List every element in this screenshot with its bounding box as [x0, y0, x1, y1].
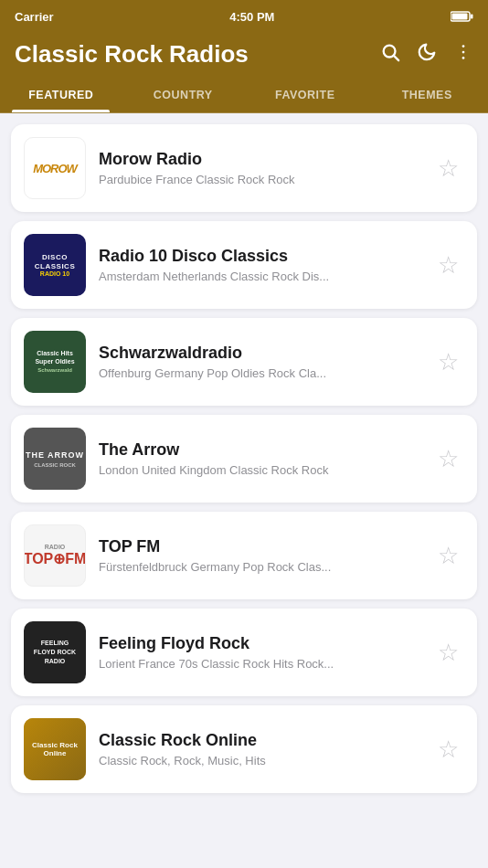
moon-icon[interactable] [417, 42, 437, 68]
station-info: Classic Rock Online Classic Rock, Rock, … [99, 731, 419, 767]
tab-bar: FEATURED COUNTRY FAVORITE THEMES [0, 79, 488, 113]
search-icon[interactable] [380, 42, 400, 68]
list-item[interactable]: THE ARROW CLASSIC ROCK The Arrow London … [11, 415, 477, 503]
favorite-button[interactable]: ☆ [431, 442, 464, 475]
station-name: Morow Radio [99, 150, 419, 169]
station-name: TOP FM [99, 537, 419, 556]
station-logo: Classic RockOnline [24, 718, 86, 780]
station-info: TOP FM Fürstenfeldbruck Germany Pop Rock… [99, 537, 419, 574]
svg-line-4 [394, 56, 398, 60]
header-actions [380, 42, 473, 68]
station-info: Schwarzwaldradio Offenburg Germany Pop O… [99, 344, 419, 380]
station-info: Morow Radio Pardubice France Classic Roc… [99, 150, 419, 186]
station-logo: MOROW [24, 137, 86, 199]
station-name: Radio 10 Disco Classics [99, 247, 419, 266]
station-description: Fürstenfeldbruck Germany Pop Rock Clas..… [99, 560, 419, 574]
station-description: Amsterdam Netherlands Classic Rock Dis..… [99, 270, 419, 283]
star-icon: ☆ [438, 447, 459, 471]
station-logo: Classic HitsSuper OldiesSchwarzwald [24, 331, 86, 393]
star-icon: ☆ [438, 737, 459, 761]
station-description: Lorient France 70s Classic Rock Hits Roc… [99, 657, 419, 671]
app-title: Classic Rock Radios [15, 40, 380, 69]
station-description: Pardubice France Classic Rock Rock [99, 173, 419, 186]
favorite-button[interactable]: ☆ [431, 345, 464, 378]
favorite-button[interactable]: ☆ [431, 539, 464, 572]
list-item[interactable]: FEELINGFLOYD ROCKRADIO Feeling Floyd Roc… [11, 609, 477, 696]
station-info: The Arrow London United Kingdom Classic … [99, 440, 419, 477]
tab-themes[interactable]: THEMES [366, 79, 489, 112]
svg-point-6 [462, 50, 465, 53]
list-item[interactable]: RADIO TOP⊕FM TOP FM Fürstenfeldbruck Ger… [11, 512, 477, 599]
tab-favorite[interactable]: FAVORITE [244, 79, 366, 112]
status-bar: Carrier 4:50 PM [0, 0, 488, 33]
station-name: Feeling Floyd Rock [99, 634, 419, 653]
star-icon: ☆ [438, 156, 459, 180]
favorite-button[interactable]: ☆ [431, 636, 464, 669]
station-logo: FEELINGFLOYD ROCKRADIO [24, 621, 86, 683]
station-info: Radio 10 Disco Classics Amsterdam Nether… [99, 247, 419, 283]
tab-country[interactable]: COUNTRY [122, 79, 245, 112]
list-item[interactable]: Classic RockOnline Classic Rock Online C… [11, 705, 477, 793]
star-icon: ☆ [438, 640, 459, 664]
svg-rect-1 [471, 15, 473, 19]
station-logo: DISCOCLASSICS RADIO 10 [24, 234, 86, 296]
tab-featured[interactable]: FEATURED [0, 79, 122, 112]
station-info: Feeling Floyd Rock Lorient France 70s Cl… [99, 634, 419, 671]
list-item[interactable]: Classic HitsSuper OldiesSchwarzwald Schw… [11, 318, 477, 406]
station-description: London United Kingdom Classic Rock Rock [99, 463, 419, 477]
svg-point-5 [462, 45, 465, 48]
star-icon: ☆ [438, 350, 459, 374]
station-logo: THE ARROW CLASSIC ROCK [24, 428, 86, 490]
favorite-button[interactable]: ☆ [431, 249, 464, 281]
station-name: Classic Rock Online [99, 731, 419, 750]
station-list: MOROW Morow Radio Pardubice France Class… [0, 113, 488, 813]
more-options-icon[interactable] [453, 42, 473, 68]
star-icon: ☆ [438, 544, 459, 567]
svg-rect-2 [452, 14, 468, 20]
station-name: Schwarzwaldradio [99, 344, 419, 363]
station-logo: RADIO TOP⊕FM [24, 524, 86, 587]
favorite-button[interactable]: ☆ [431, 152, 464, 185]
favorite-button[interactable]: ☆ [431, 733, 464, 766]
station-name: The Arrow [99, 440, 419, 460]
star-icon: ☆ [438, 253, 459, 277]
time-label: 4:50 PM [229, 10, 274, 24]
list-item[interactable]: MOROW Morow Radio Pardubice France Class… [11, 124, 477, 212]
status-icons [451, 11, 473, 22]
app-header: Classic Rock Radios [0, 33, 488, 79]
station-description: Classic Rock, Rock, Music, Hits [99, 754, 419, 767]
carrier-label: Carrier [15, 10, 54, 24]
battery-icon [451, 11, 473, 22]
station-description: Offenburg Germany Pop Oldies Rock Cla... [99, 366, 419, 380]
svg-point-7 [462, 57, 465, 59]
list-item[interactable]: DISCOCLASSICS RADIO 10 Radio 10 Disco Cl… [11, 221, 477, 309]
